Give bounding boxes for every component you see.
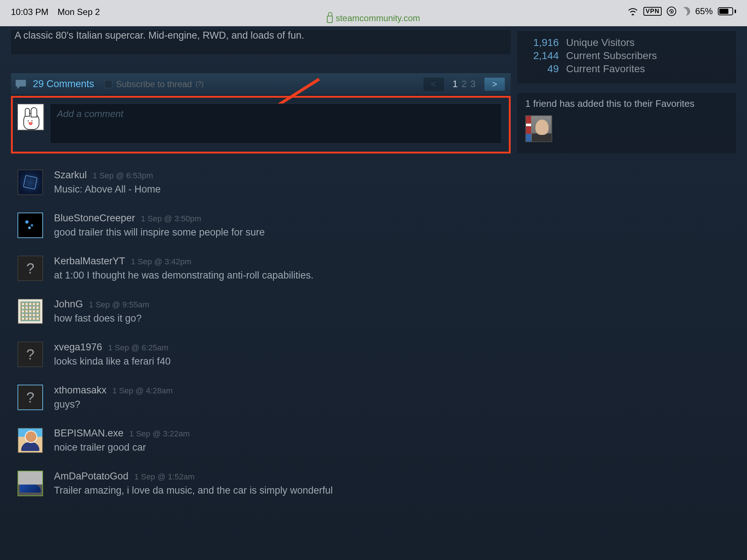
subscribe-help-link[interactable]: (?) bbox=[196, 80, 204, 88]
comment-timestamp: 1 Sep @ 3:42pm bbox=[131, 257, 191, 267]
favorites-panel: 1 friend has added this to their Favorit… bbox=[517, 93, 736, 153]
url-text: steamcommunity.com bbox=[336, 13, 420, 23]
comment-author[interactable]: Szarkul bbox=[54, 170, 87, 181]
comment-text: Trailer amazing, i love da music, and th… bbox=[54, 485, 333, 496]
comment-timestamp: 1 Sep @ 3:50pm bbox=[141, 214, 201, 223]
friend-avatar[interactable] bbox=[525, 115, 552, 142]
comments-count: 29 Comments bbox=[33, 78, 94, 90]
pager-prev-button[interactable]: < bbox=[423, 78, 444, 91]
comment-item: Szarkul1 Sep @ 6:53pmMusic: Above All - … bbox=[11, 170, 511, 195]
comment-text: noice trailer good car bbox=[54, 442, 190, 453]
comment-text: at 1:00 I thought he was demonstrating a… bbox=[54, 270, 313, 281]
comment-timestamp: 1 Sep @ 1:52am bbox=[134, 472, 194, 482]
status-time: 10:03 PM bbox=[11, 7, 49, 17]
rotation-lock-icon bbox=[667, 7, 676, 16]
stats-row: 1,916Unique Visitors bbox=[527, 37, 728, 48]
comment-text: guys? bbox=[54, 399, 173, 410]
comment-timestamp: 1 Sep @ 3:22am bbox=[129, 429, 190, 439]
comment-text: Music: Above All - Home bbox=[54, 184, 161, 195]
comment-body: BEPISMAN.exe1 Sep @ 3:22amnoice trailer … bbox=[54, 428, 190, 453]
comment-author[interactable]: AmDaPotatoGod bbox=[54, 471, 128, 482]
compose-placeholder: Add a comment bbox=[57, 108, 123, 119]
stats-label: Unique Visitors bbox=[566, 37, 635, 48]
comment-author[interactable]: BEPISMAN.exe bbox=[54, 428, 124, 439]
comment-timestamp: 1 Sep @ 6:53pm bbox=[93, 171, 153, 180]
ipad-status-bar: 10:03 PM Mon Sep 2 steamcommunity.com VP… bbox=[0, 0, 747, 26]
lock-icon bbox=[327, 16, 333, 23]
comment-list: Szarkul1 Sep @ 6:53pmMusic: Above All - … bbox=[11, 170, 511, 496]
comment-body: AmDaPotatoGod1 Sep @ 1:52amTrailer amazi… bbox=[54, 471, 333, 496]
comment-item: ?xvega19761 Sep @ 6:25amlooks kinda like… bbox=[11, 342, 511, 367]
comment-text: good trailer this will inspire some peop… bbox=[54, 227, 265, 238]
comment-text: how fast does it go? bbox=[54, 313, 149, 324]
status-date: Mon Sep 2 bbox=[58, 7, 100, 17]
comment-body: BlueStoneCreeper1 Sep @ 3:50pmgood trail… bbox=[54, 213, 265, 238]
pager-next-button[interactable]: > bbox=[484, 78, 505, 91]
comment-author[interactable]: BlueStoneCreeper bbox=[54, 213, 135, 224]
pager-page-1[interactable]: 1 bbox=[453, 78, 458, 90]
compose-user-avatar[interactable] bbox=[17, 104, 44, 131]
stats-number: 1,916 bbox=[527, 37, 559, 48]
battery-percent: 65% bbox=[695, 6, 713, 16]
comment-avatar[interactable] bbox=[18, 471, 43, 496]
subscribe-checkbox[interactable] bbox=[104, 80, 112, 88]
comment-avatar[interactable] bbox=[18, 428, 43, 453]
comment-item: JohnG1 Sep @ 9:55amhow fast does it go? bbox=[11, 299, 511, 324]
comment-avatar[interactable]: ? bbox=[18, 385, 43, 410]
comment-timestamp: 1 Sep @ 9:55am bbox=[89, 300, 149, 310]
comment-compose-input[interactable]: Add a comment bbox=[50, 104, 502, 144]
comment-body: JohnG1 Sep @ 9:55amhow fast does it go? bbox=[54, 299, 149, 324]
comment-item: ?KerbalMasterYT1 Sep @ 3:42pmat 1:00 I t… bbox=[11, 256, 511, 281]
comment-body: xvega19761 Sep @ 6:25amlooks kinda like … bbox=[54, 342, 171, 367]
comment-avatar[interactable] bbox=[18, 299, 43, 324]
favorites-text: 1 friend has added this to their Favorit… bbox=[525, 98, 728, 109]
svg-rect-0 bbox=[671, 11, 672, 12]
comment-timestamp: 1 Sep @ 6:25am bbox=[108, 343, 168, 353]
stats-panel: 1,916Unique Visitors2,144Current Subscri… bbox=[517, 31, 736, 83]
comment-item: BEPISMAN.exe1 Sep @ 3:22amnoice trailer … bbox=[11, 428, 511, 453]
comment-avatar[interactable] bbox=[18, 213, 43, 238]
pager-page-3[interactable]: 3 bbox=[471, 78, 476, 90]
comment-avatar[interactable]: ? bbox=[18, 256, 43, 281]
item-description-box: A classic 80's Italian supercar. Mid-eng… bbox=[11, 30, 511, 54]
browser-url[interactable]: steamcommunity.com bbox=[327, 13, 420, 23]
subscribe-label[interactable]: Subscribe to thread bbox=[116, 79, 192, 89]
stats-row: 2,144Current Subscribers bbox=[527, 50, 728, 62]
pager-page-2[interactable]: 2 bbox=[461, 78, 467, 90]
comment-avatar[interactable] bbox=[18, 170, 43, 195]
stats-row: 49Current Favorites bbox=[527, 63, 728, 75]
comment-icon bbox=[15, 79, 27, 90]
stats-number: 49 bbox=[527, 63, 559, 75]
comment-author[interactable]: xvega1976 bbox=[54, 342, 102, 353]
battery-icon bbox=[718, 7, 736, 15]
comment-avatar[interactable]: ? bbox=[18, 342, 43, 367]
annotation-highlight-box: Add a comment bbox=[11, 96, 511, 153]
comment-item: ?xthomasakx1 Sep @ 4:28amguys? bbox=[11, 385, 511, 410]
comment-item: AmDaPotatoGod1 Sep @ 1:52amTrailer amazi… bbox=[11, 471, 511, 496]
comment-item: BlueStoneCreeper1 Sep @ 3:50pmgood trail… bbox=[11, 213, 511, 238]
vpn-indicator: VPN bbox=[643, 7, 662, 16]
item-description: A classic 80's Italian supercar. Mid-eng… bbox=[15, 30, 502, 41]
stats-label: Current Favorites bbox=[566, 63, 645, 75]
comment-pager: < 123 > bbox=[423, 78, 505, 91]
comment-text: looks kinda like a ferari f40 bbox=[54, 356, 171, 367]
comment-author[interactable]: JohnG bbox=[54, 299, 83, 310]
comment-author[interactable]: xthomasakx bbox=[54, 385, 107, 396]
do-not-disturb-icon bbox=[680, 6, 692, 17]
comments-header-bar: 29 Comments Subscribe to thread (?) < 12… bbox=[11, 73, 511, 94]
comment-body: xthomasakx1 Sep @ 4:28amguys? bbox=[54, 385, 173, 410]
stats-number: 2,144 bbox=[527, 50, 559, 62]
comment-timestamp: 1 Sep @ 4:28am bbox=[112, 386, 173, 396]
wifi-icon bbox=[627, 7, 638, 15]
stats-label: Current Subscribers bbox=[566, 50, 657, 62]
comment-body: Szarkul1 Sep @ 6:53pmMusic: Above All - … bbox=[54, 170, 161, 195]
comment-author[interactable]: KerbalMasterYT bbox=[54, 256, 125, 267]
comment-body: KerbalMasterYT1 Sep @ 3:42pmat 1:00 I th… bbox=[54, 256, 313, 281]
